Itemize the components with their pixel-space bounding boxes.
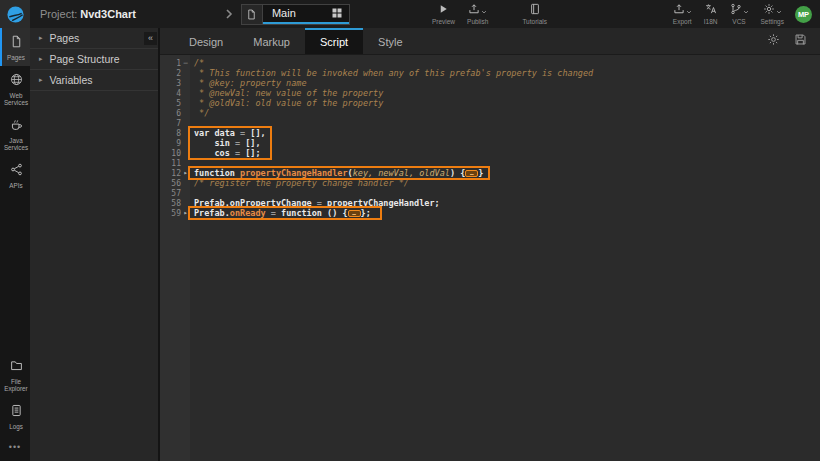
tray-up-icon <box>468 1 480 19</box>
book-icon <box>529 1 541 19</box>
rail-item-file-explorer[interactable]: File Explorer <box>0 352 30 397</box>
more-menu-button[interactable]: ••• <box>0 435 30 461</box>
editor-tabsbar: DesignMarkupScriptStyle <box>160 28 820 55</box>
topbar-actions-right: Export I18N VCS Settings <box>667 0 790 28</box>
fold-toggle-icon[interactable]: – <box>181 58 190 68</box>
gutter-line-9: 9 <box>160 138 190 148</box>
chevron-right-icon: ▸ <box>39 55 43 63</box>
code-line-5: * @oldVal: old value of the property <box>194 98 820 108</box>
wavemaker-logo-icon <box>6 5 25 24</box>
topbar: Project:Nvd3Chart Main Preview Publish T… <box>0 0 820 28</box>
code-line-6: */ <box>194 108 820 118</box>
fold-toggle-icon[interactable]: ▸ <box>181 168 190 178</box>
page-file-icon <box>242 5 263 24</box>
panel-collapse-button[interactable]: « <box>144 32 157 45</box>
play-icon <box>437 1 449 19</box>
settings-button[interactable]: Settings <box>755 0 791 28</box>
gutter-line-56: 56 <box>160 178 190 188</box>
publish-label: Publish <box>467 18 488 25</box>
vcs-button[interactable]: VCS <box>724 0 755 28</box>
gutter-line-12: 12 ▸ <box>160 168 190 178</box>
globe-icon <box>10 72 23 90</box>
code-line-12: function propertyChangeHandler(key, newV… <box>194 168 820 178</box>
export-label: Export <box>673 18 692 25</box>
tutorials-label: Tutorials <box>522 18 547 25</box>
nodes-icon <box>10 162 23 180</box>
page-tab-main[interactable]: Main <box>241 4 350 25</box>
gutter-line-8: 8 <box>160 128 190 138</box>
fold-toggle-icon[interactable]: ▸ <box>181 208 190 218</box>
rail-item-label: File Explorer <box>2 378 31 392</box>
code-line-56: /* register the property change handler … <box>194 178 820 188</box>
tab-design[interactable]: Design <box>174 28 238 54</box>
i18n-button[interactable]: I18N <box>698 0 724 28</box>
rail-item-web-services[interactable]: Web Services <box>0 66 30 111</box>
code-line-8: var data = [], <box>194 128 820 138</box>
chevron-down-icon <box>480 1 487 19</box>
topbar-actions-left: Preview Publish Tutorials <box>426 0 561 28</box>
code-line-1: /* <box>194 58 820 68</box>
chevron-right-icon: ▸ <box>39 34 43 42</box>
doc-icon <box>10 403 23 421</box>
grid-icon[interactable] <box>325 7 349 19</box>
app-logo[interactable] <box>0 0 30 28</box>
rail-item-apis[interactable]: APIs <box>0 156 30 194</box>
publish-button[interactable]: Publish <box>461 0 494 28</box>
folded-code-pill[interactable]: … <box>465 170 478 177</box>
rail-item-label: Java Services <box>2 137 31 151</box>
gear-icon <box>767 32 780 50</box>
chevron-down-icon <box>742 1 749 19</box>
panel-section-label: Variables <box>50 74 93 86</box>
save-button[interactable] <box>787 32 814 50</box>
script-editor[interactable]: 1 – 2 3 4 5 6 <box>160 55 820 461</box>
gutter-line-59: 59 ▸ <box>160 208 190 218</box>
folded-code-pill[interactable]: … <box>348 210 361 217</box>
gutter-line-4: 4 <box>160 88 190 98</box>
floppy-icon <box>794 32 807 50</box>
tray-up-icon <box>673 1 685 19</box>
tutorials-button[interactable]: Tutorials <box>516 0 553 28</box>
gutter-line-3: 3 <box>160 78 190 88</box>
coffee-icon <box>10 117 23 135</box>
chevron-down-icon <box>685 1 692 19</box>
code-line-4: * @newVal: new value of the property <box>194 88 820 98</box>
rail-item-pages[interactable]: Pages <box>0 28 30 66</box>
page-tab-label: Main <box>263 7 325 19</box>
chevron-down-icon <box>775 1 782 19</box>
code-line-10: cos = []; <box>194 148 820 158</box>
code-line-57 <box>194 188 820 198</box>
preview-button[interactable]: Preview <box>426 0 461 28</box>
gutter-line-57: 57 <box>160 188 190 198</box>
gutter-line-5: 5 <box>160 98 190 108</box>
export-button[interactable]: Export <box>667 0 698 28</box>
code-line-7 <box>194 118 820 128</box>
editor-gutter: 1 – 2 3 4 5 6 <box>160 55 190 461</box>
page-icon <box>10 34 23 52</box>
editor-settings-button[interactable] <box>760 32 787 50</box>
rail-item-label: Web Services <box>2 92 31 106</box>
gutter-line-7: 7 <box>160 118 190 128</box>
gutter-line-58: 58 <box>160 198 190 208</box>
panel-section-pages[interactable]: ▸ Pages <box>30 28 158 49</box>
gutter-line-6: 6 <box>160 108 190 118</box>
rail-item-label: Pages <box>2 54 31 61</box>
avatar[interactable]: MP <box>795 6 812 23</box>
rail-item-java-services[interactable]: Java Services <box>0 111 30 156</box>
settings-label: Settings <box>761 18 785 25</box>
code-line-9: sin = [], <box>194 138 820 148</box>
preview-label: Preview <box>432 18 455 25</box>
translate-icon <box>705 1 717 19</box>
tab-style[interactable]: Style <box>363 28 417 54</box>
editor-code: /* * This function will be invoked when … <box>190 55 820 461</box>
gutter-line-10: 10 <box>160 148 190 158</box>
tab-script[interactable]: Script <box>305 28 363 54</box>
vcs-label: VCS <box>732 18 745 25</box>
panel-section-variables[interactable]: ▸ Variables <box>30 70 158 91</box>
panel-section-page-structure[interactable]: ▸ Page Structure <box>30 49 158 70</box>
rail-item-logs[interactable]: Logs <box>0 397 30 435</box>
rail-item-label: Logs <box>2 423 31 430</box>
tab-markup[interactable]: Markup <box>238 28 305 54</box>
chevron-right-icon: ▸ <box>39 76 43 84</box>
left-rail: Pages Web Services Java Services APIs Fi… <box>0 28 30 461</box>
project-label: Project: <box>40 8 77 20</box>
